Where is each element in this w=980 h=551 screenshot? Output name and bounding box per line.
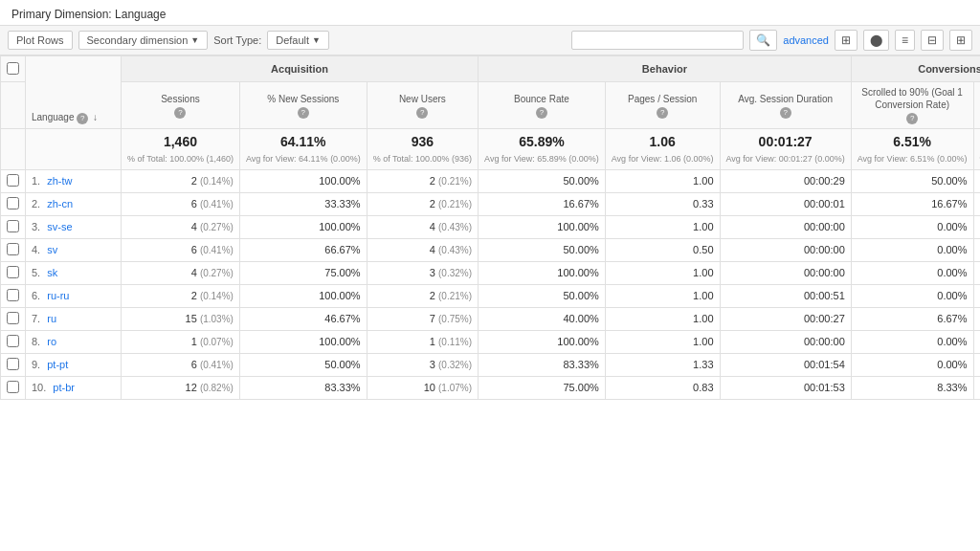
row-language-cell: 2. zh-cn	[26, 192, 122, 215]
bar-view-button[interactable]: ≡	[895, 30, 915, 51]
row-new-users: 4 (0.43%)	[367, 215, 478, 238]
language-link[interactable]: zh-tw	[47, 175, 72, 187]
row-new-users: 1 (0.11%)	[367, 330, 478, 353]
summary-avg-duration: 00:01:27 Avg for View: 00:01:27 (0.00%)	[720, 129, 851, 170]
pivot-view-button[interactable]: ⊟	[921, 30, 944, 51]
row-bounce-rate: 16.67%	[479, 192, 606, 215]
table-row: 6. ru-ru 2 (0.14%) 100.00% 2 (0.21%) 50.…	[1, 284, 981, 307]
conv-rate-info-icon[interactable]: ?	[906, 113, 918, 124]
row-bounce-rate: 100.00%	[479, 215, 606, 238]
row-new-sessions: 50.00%	[239, 353, 367, 376]
search-button[interactable]: 🔍	[749, 30, 777, 51]
language-link[interactable]: zh-cn	[47, 198, 73, 209]
avg-duration-info-icon[interactable]: ?	[780, 107, 791, 119]
select-all-checkbox[interactable]	[1, 56, 26, 82]
row-bounce-rate: 100.00%	[479, 261, 606, 284]
row-bounce-rate: 50.00%	[479, 238, 606, 261]
row-avg-duration: 00:00:00	[720, 215, 851, 238]
row-conv-rate: 0.00%	[851, 284, 973, 307]
row-completions: 0 (0.00%)	[973, 330, 980, 353]
row-pages-session: 1.00	[605, 307, 720, 330]
sort-arrow-icon: ↓	[93, 112, 98, 122]
row-avg-duration: 00:00:00	[720, 330, 851, 353]
language-link[interactable]: pt-pt	[47, 359, 68, 370]
row-sessions: 6 (0.41%)	[122, 192, 240, 215]
row-sessions: 6 (0.41%)	[122, 353, 240, 376]
sessions-info-icon[interactable]: ?	[174, 107, 186, 119]
new-sessions-header: % New Sessions ?	[239, 82, 367, 129]
row-new-users: 4 (0.43%)	[367, 238, 478, 261]
row-pages-session: 1.00	[605, 284, 720, 307]
plot-rows-button[interactable]: Plot Rows	[8, 31, 73, 50]
row-number: 1.	[32, 175, 40, 187]
row-conv-rate: 0.00%	[851, 261, 973, 284]
table-row: 5. sk 4 (0.27%) 75.00% 3 (0.32%) 100.00%…	[1, 261, 981, 284]
row-checkbox[interactable]	[1, 307, 26, 330]
row-pages-session: 0.33	[605, 192, 720, 215]
row-new-users: 7 (0.75%)	[367, 307, 478, 330]
new-sessions-info-icon[interactable]: ?	[298, 107, 309, 119]
row-language-cell: 1. zh-tw	[26, 169, 122, 192]
row-checkbox[interactable]	[1, 192, 26, 215]
summary-new-sessions: 64.11% Avg for View: 64.11% (0.00%)	[239, 129, 367, 170]
row-conv-rate: 0.00%	[851, 238, 973, 261]
row-pages-session: 1.00	[605, 215, 720, 238]
row-completions: 0 (0.00%)	[973, 353, 980, 376]
row-new-sessions: 100.00%	[239, 215, 367, 238]
language-link[interactable]: ro	[47, 336, 56, 347]
row-checkbox[interactable]	[1, 169, 26, 192]
row-completions: 1 (1.05%)	[973, 169, 980, 192]
table-row: 7. ru 15 (1.03%) 46.67% 7 (0.75%) 40.00%…	[1, 307, 981, 330]
row-pages-session: 1.33	[605, 353, 720, 376]
bounce-rate-info-icon[interactable]: ?	[536, 107, 547, 119]
pages-session-info-icon[interactable]: ?	[657, 107, 668, 119]
row-checkbox[interactable]	[1, 376, 26, 399]
search-input[interactable]	[571, 31, 744, 50]
row-checkbox[interactable]	[1, 215, 26, 238]
row-new-sessions: 75.00%	[239, 261, 367, 284]
row-conv-rate: 0.00%	[851, 215, 973, 238]
language-header: Language ? ↓	[26, 56, 122, 129]
row-checkbox[interactable]	[1, 238, 26, 261]
row-number: 8.	[32, 336, 40, 347]
row-bounce-rate: 100.00%	[479, 330, 606, 353]
row-conv-rate: 6.67%	[851, 307, 973, 330]
advanced-link[interactable]: advanced	[783, 34, 829, 46]
row-avg-duration: 00:00:00	[720, 261, 851, 284]
secondary-dimension-button[interactable]: Secondary dimension ▼	[78, 31, 209, 50]
language-link[interactable]: sv-se	[47, 221, 72, 232]
summary-bounce-rate: 65.89% Avg for View: 65.89% (0.00%)	[479, 129, 606, 170]
row-pages-session: 0.83	[605, 376, 720, 399]
pie-view-button[interactable]: ⬤	[863, 30, 889, 51]
grid-view-button[interactable]: ⊞	[835, 30, 858, 51]
language-link[interactable]: sv	[47, 244, 57, 255]
row-checkbox[interactable]	[1, 261, 26, 284]
new-users-header: New Users ?	[367, 82, 478, 129]
language-link[interactable]: pt-br	[53, 382, 75, 393]
data-table-container: Language ? ↓ Acquisition Behavior Conver…	[0, 55, 980, 400]
sort-type-button[interactable]: Default ▼	[267, 31, 329, 50]
row-bounce-rate: 83.33%	[479, 353, 606, 376]
pages-session-header: Pages / Session ?	[605, 82, 720, 129]
row-new-users: 3 (0.32%)	[367, 353, 478, 376]
row-sessions: 1 (0.07%)	[122, 330, 240, 353]
custom-view-button[interactable]: ⊞	[949, 30, 972, 51]
conversions-group-header: Conversions Goal 1: Scrolled to 90% ▼	[851, 56, 980, 82]
row-new-users: 2 (0.21%)	[367, 284, 478, 307]
row-language-cell: 7. ru	[26, 307, 122, 330]
row-new-users: 2 (0.21%)	[367, 192, 478, 215]
row-avg-duration: 00:00:29	[720, 169, 851, 192]
row-bounce-rate: 50.00%	[479, 284, 606, 307]
language-link[interactable]: ru	[47, 313, 56, 324]
row-completions: 1 (1.05%)	[973, 307, 980, 330]
language-link[interactable]: ru-ru	[47, 290, 69, 301]
new-users-info-icon[interactable]: ?	[416, 107, 428, 119]
row-checkbox[interactable]	[1, 353, 26, 376]
language-info-icon[interactable]: ?	[77, 113, 88, 124]
secondary-dimension-label: Secondary dimension	[87, 34, 189, 46]
language-link[interactable]: sk	[47, 267, 57, 278]
empty-header	[1, 82, 26, 129]
row-sessions: 6 (0.41%)	[122, 238, 240, 261]
row-checkbox[interactable]	[1, 284, 26, 307]
row-checkbox[interactable]	[1, 330, 26, 353]
